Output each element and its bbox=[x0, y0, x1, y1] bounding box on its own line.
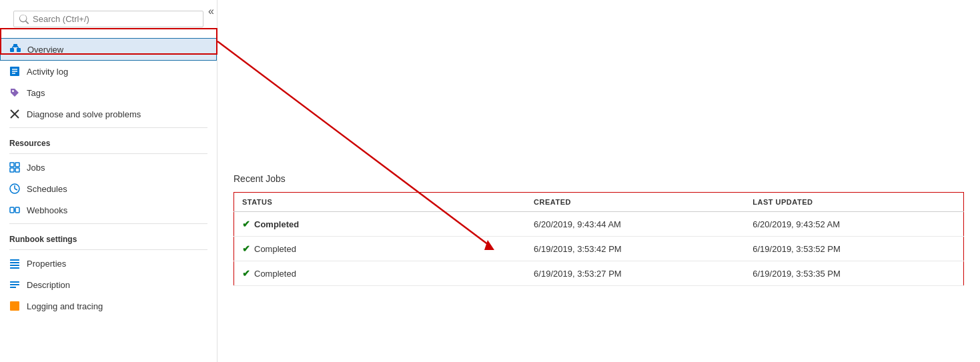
jobs-icon bbox=[9, 162, 20, 173]
sidebar-item-activity-log[interactable]: Activity log bbox=[0, 61, 217, 82]
sidebar-item-properties[interactable]: Properties bbox=[0, 253, 217, 274]
svg-rect-24 bbox=[10, 267, 19, 269]
check-icon: ✔ bbox=[242, 243, 250, 254]
divider-runbook bbox=[9, 223, 207, 224]
sidebar-item-webhooks[interactable]: Webhooks bbox=[0, 199, 217, 221]
table-row[interactable]: ✔ Completed 6/19/2019, 3:53:42 PM 6/19/2… bbox=[234, 237, 964, 261]
last-updated-cell: 6/20/2019, 9:43:52 AM bbox=[745, 212, 963, 237]
description-icon bbox=[9, 279, 20, 290]
svg-rect-27 bbox=[10, 287, 16, 288]
schedules-icon bbox=[9, 183, 20, 194]
section-label-runbook: Runbook settings bbox=[0, 227, 217, 247]
created-cell: 6/20/2019, 9:43:44 AM bbox=[526, 212, 745, 237]
svg-rect-2 bbox=[13, 44, 17, 47]
sidebar-item-description[interactable]: Description bbox=[0, 274, 217, 295]
svg-rect-14 bbox=[15, 168, 19, 172]
section-label-resources: Resources bbox=[0, 131, 217, 151]
overview-icon bbox=[10, 44, 21, 55]
sidebar-item-label: Jobs bbox=[27, 163, 45, 173]
svg-rect-18 bbox=[10, 207, 14, 213]
status-cell: ✔ Completed bbox=[234, 261, 526, 286]
svg-rect-23 bbox=[10, 265, 19, 266]
col-created: CREATED bbox=[526, 193, 745, 212]
status-value: Completed bbox=[254, 269, 296, 279]
col-status: STATUS bbox=[234, 193, 526, 212]
activity-log-icon bbox=[9, 66, 20, 77]
status-value: Completed bbox=[254, 244, 296, 254]
sidebar-item-jobs[interactable]: Jobs bbox=[0, 157, 217, 178]
table-row[interactable]: ✔ Completed 6/20/2019, 9:43:44 AM 6/20/2… bbox=[234, 212, 964, 237]
diagnose-icon bbox=[9, 109, 20, 119]
last-updated-cell: 6/19/2019, 3:53:35 PM bbox=[745, 261, 963, 286]
logging-icon bbox=[9, 301, 20, 311]
sidebar-item-label: Schedules bbox=[27, 184, 67, 194]
table-row[interactable]: ✔ Completed 6/19/2019, 3:53:27 PM 6/19/2… bbox=[234, 261, 964, 286]
status-cell: ✔ Completed bbox=[234, 212, 526, 237]
sidebar-item-tags[interactable]: Tags bbox=[0, 82, 217, 103]
sidebar-item-label: Properties bbox=[27, 259, 66, 269]
status-cell: ✔ Completed bbox=[234, 237, 526, 261]
sidebar-item-overview[interactable]: Overview bbox=[0, 38, 217, 61]
status-value: Completed bbox=[254, 219, 299, 229]
svg-rect-28 bbox=[10, 301, 19, 311]
sidebar-item-label: Activity log bbox=[27, 67, 68, 77]
properties-icon bbox=[9, 258, 20, 269]
created-cell: 6/19/2019, 3:53:42 PM bbox=[526, 237, 745, 261]
divider-resources-bottom bbox=[9, 153, 207, 154]
search-box[interactable] bbox=[13, 11, 203, 27]
sidebar: « Overview bbox=[0, 0, 217, 362]
divider-resources bbox=[9, 127, 207, 128]
jobs-table: STATUS CREATED LAST UPDATED ✔ Completed … bbox=[233, 192, 964, 286]
check-icon: ✔ bbox=[242, 219, 250, 229]
sidebar-item-logging[interactable]: Logging and tracing bbox=[0, 295, 217, 317]
sidebar-item-diagnose[interactable]: Diagnose and solve problems bbox=[0, 103, 217, 125]
sidebar-item-label: Logging and tracing bbox=[27, 301, 103, 311]
svg-rect-19 bbox=[15, 207, 19, 213]
sidebar-item-schedules[interactable]: Schedules bbox=[0, 178, 217, 199]
sidebar-item-label: Description bbox=[27, 280, 70, 290]
divider-runbook-bottom bbox=[9, 249, 207, 250]
table-header-row: STATUS CREATED LAST UPDATED bbox=[234, 193, 964, 212]
svg-rect-25 bbox=[10, 281, 19, 283]
recent-jobs-title: Recent Jobs bbox=[233, 173, 964, 184]
webhooks-icon bbox=[9, 205, 20, 215]
tags-icon bbox=[9, 87, 20, 98]
svg-rect-21 bbox=[10, 259, 19, 261]
svg-rect-13 bbox=[10, 168, 14, 172]
sidebar-item-label: Diagnose and solve problems bbox=[27, 109, 141, 119]
check-icon: ✔ bbox=[242, 268, 250, 279]
sidebar-item-label: Overview bbox=[27, 45, 63, 55]
svg-rect-26 bbox=[10, 284, 19, 285]
search-icon bbox=[19, 15, 29, 24]
sidebar-item-label: Webhooks bbox=[27, 205, 67, 215]
collapse-button[interactable]: « bbox=[205, 5, 217, 17]
svg-rect-22 bbox=[10, 262, 19, 263]
sidebar-item-label: Tags bbox=[27, 88, 45, 98]
svg-rect-11 bbox=[10, 163, 14, 167]
last-updated-cell: 6/19/2019, 3:53:52 PM bbox=[745, 237, 963, 261]
created-cell: 6/19/2019, 3:53:27 PM bbox=[526, 261, 745, 286]
search-input[interactable] bbox=[33, 14, 197, 24]
main-content: Recent Jobs STATUS CREATED LAST UPDATED … bbox=[217, 0, 980, 362]
svg-line-17 bbox=[15, 189, 17, 190]
col-last-updated: LAST UPDATED bbox=[745, 193, 963, 212]
svg-rect-12 bbox=[15, 163, 19, 167]
